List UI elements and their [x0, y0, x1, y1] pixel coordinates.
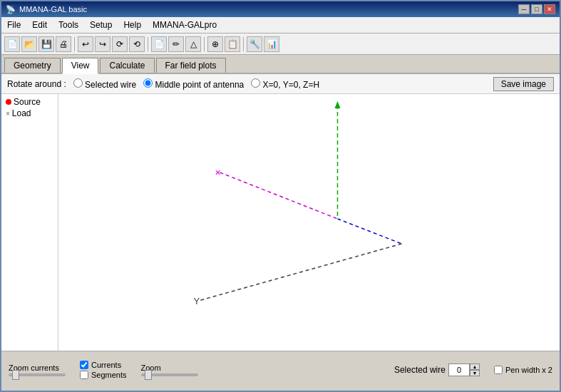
- selected-wire-spinbox: ▲ ▼: [448, 363, 480, 376]
- tab-calculate[interactable]: Calculate: [100, 58, 154, 73]
- selected-wire-section: Selected wire ▲ ▼: [394, 363, 480, 376]
- tab-bar: Geometry View Calculate Far field plots: [1, 55, 560, 74]
- toolbar: 📄 📂 💾 🖨 ↩ ↪ ⟳ ⟲ 📄 ✏ △ ⊕ 📋 🔧 📊: [1, 33, 560, 55]
- blue-arm: [338, 219, 402, 244]
- menu-file[interactable]: File: [1, 19, 26, 31]
- antenna-diagram: × Y: [58, 94, 560, 351]
- toolbar-sep2: [148, 37, 148, 51]
- dark-arm: [199, 244, 402, 301]
- view-toolbar: Rotate around : Selected wire Middle poi…: [1, 74, 560, 94]
- save-image-button[interactable]: Save image: [493, 77, 554, 91]
- tb-print[interactable]: 🖨: [56, 36, 71, 52]
- segments-checkbox[interactable]: [80, 371, 88, 379]
- pen-section: Pen width x 2: [494, 366, 552, 374]
- load-item: × Load: [6, 108, 53, 118]
- minimize-button[interactable]: ─: [518, 4, 530, 14]
- toolbar-sep1: [74, 37, 75, 51]
- segments-row: Segments: [80, 371, 127, 379]
- radio-xyz[interactable]: [251, 78, 260, 88]
- zoom-currents-slider-container: [9, 373, 66, 376]
- load-label: Load: [12, 108, 31, 118]
- toolbar-sep4: [243, 37, 244, 51]
- menu-tools[interactable]: Tools: [53, 19, 84, 31]
- tb-rotate-ccw[interactable]: ⟲: [129, 36, 145, 52]
- tb-triangle[interactable]: △: [185, 36, 201, 52]
- z-axis-arrow: [335, 101, 341, 108]
- left-panel: Source × Load: [1, 94, 58, 351]
- menu-mmana-galpro[interactable]: MMANA-GALpro: [147, 19, 222, 31]
- source-item: Source: [6, 97, 53, 107]
- tb-crosshair[interactable]: ⊕: [207, 36, 223, 52]
- window-title: MMANA-GAL basic: [19, 5, 87, 14]
- zoom-section: Zoom: [141, 363, 198, 376]
- tb-new[interactable]: 📄: [4, 36, 20, 52]
- currents-row: Currents: [80, 361, 127, 369]
- main-content: Source × Load ×: [1, 94, 560, 351]
- rotate-around-label: Rotate around :: [7, 79, 66, 89]
- selected-wire-increment[interactable]: ▲: [470, 363, 480, 370]
- magenta-arm: [220, 172, 338, 219]
- menu-bar: File Edit Tools Setup Help MMANA-GALpro: [1, 17, 560, 33]
- radio-selected-wire[interactable]: [73, 78, 83, 88]
- tb-chart[interactable]: 📊: [264, 36, 279, 52]
- radio-selected-wire-label[interactable]: Selected wire: [73, 78, 136, 90]
- zoom-currents-section: Zoom currents: [9, 363, 66, 376]
- zoom-slider[interactable]: [141, 373, 198, 376]
- title-bar: 📡 MMANA-GAL basic ─ □ ✕: [1, 1, 560, 17]
- selected-wire-input[interactable]: [448, 363, 470, 376]
- tab-far-field-plots[interactable]: Far field plots: [156, 58, 226, 73]
- tb-open[interactable]: 📂: [21, 36, 37, 52]
- radio-middle-point-label[interactable]: Middle point of antenna: [143, 78, 244, 90]
- tb-undo[interactable]: ↩: [78, 36, 93, 52]
- selected-wire-spinbox-buttons: ▲ ▼: [470, 363, 480, 376]
- checkbox-section: Currents Segments: [80, 361, 127, 379]
- tb-rotate-cw[interactable]: ⟳: [112, 36, 128, 52]
- radio-middle-point[interactable]: [143, 78, 153, 88]
- main-window: 📡 MMANA-GAL basic ─ □ ✕ File Edit Tools …: [0, 0, 561, 392]
- selected-wire-decrement[interactable]: ▼: [470, 370, 480, 376]
- tb-wrench[interactable]: 🔧: [247, 36, 262, 52]
- tb-redo[interactable]: ↪: [95, 36, 110, 52]
- load-x: ×: [6, 110, 10, 118]
- menu-setup[interactable]: Setup: [84, 19, 118, 31]
- menu-help[interactable]: Help: [118, 19, 147, 31]
- y-label: Y: [194, 296, 200, 306]
- app-icon: 📡: [6, 5, 16, 14]
- zoom-currents-thumb[interactable]: [12, 370, 19, 380]
- source-dot: [6, 99, 11, 105]
- tab-view[interactable]: View: [62, 58, 99, 74]
- tab-geometry[interactable]: Geometry: [4, 58, 61, 73]
- currents-checkbox[interactable]: [80, 361, 88, 369]
- zoom-slider-container: [141, 373, 198, 376]
- zoom-currents-slider[interactable]: [9, 373, 66, 376]
- pen-width-label: Pen width x 2: [505, 366, 552, 374]
- tb-save[interactable]: 💾: [38, 36, 54, 52]
- segments-label: Segments: [91, 371, 127, 379]
- zoom-thumb[interactable]: [145, 370, 152, 380]
- radio-xyz-label[interactable]: X=0, Y=0, Z=H: [251, 78, 319, 90]
- tb-new2[interactable]: 📄: [151, 36, 167, 52]
- tb-edit[interactable]: ✏: [168, 36, 184, 52]
- maximize-button[interactable]: □: [531, 4, 542, 14]
- canvas-area: × Y: [58, 94, 560, 351]
- selected-wire-label: Selected wire: [394, 365, 446, 375]
- title-bar-controls: ─ □ ✕: [518, 4, 555, 14]
- source-label: Source: [14, 97, 41, 107]
- title-bar-title: 📡 MMANA-GAL basic: [6, 5, 87, 14]
- currents-label: Currents: [91, 361, 121, 369]
- x-marker: ×: [215, 167, 221, 178]
- close-button[interactable]: ✕: [544, 4, 555, 14]
- pen-width-checkbox[interactable]: [494, 366, 503, 374]
- toolbar-sep3: [204, 37, 205, 51]
- tb-copy[interactable]: 📋: [225, 36, 240, 52]
- bottom-bar: Zoom currents Currents Segments Zoom: [1, 351, 560, 388]
- menu-edit[interactable]: Edit: [26, 19, 53, 31]
